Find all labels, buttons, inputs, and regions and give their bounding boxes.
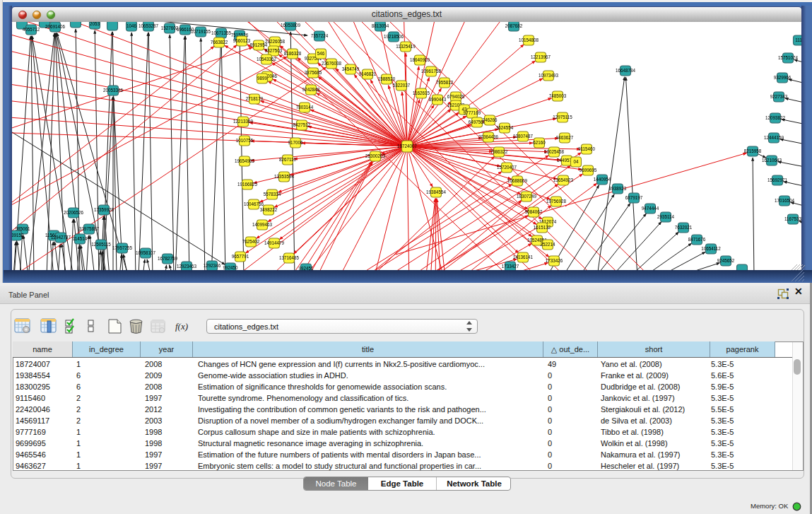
svg-text:19756928: 19756928 <box>546 199 567 204</box>
svg-text:7663822: 7663822 <box>211 40 228 45</box>
svg-text:9474444: 9474444 <box>642 206 659 211</box>
svg-text:2935114: 2935114 <box>657 214 675 219</box>
svg-text:3498222: 3498222 <box>260 207 278 212</box>
svg-text:1440954: 1440954 <box>594 177 611 182</box>
svg-text:14099463: 14099463 <box>252 222 273 227</box>
svg-text:1615132: 1615132 <box>534 225 551 230</box>
svg-text:20364436: 20364436 <box>478 134 499 139</box>
svg-text:16648784: 16648784 <box>616 68 636 73</box>
svg-text:1733426: 1733426 <box>546 258 563 263</box>
svg-text:10961758: 10961758 <box>421 69 442 74</box>
svg-text:4055712: 4055712 <box>23 27 40 32</box>
svg-text:992451: 992451 <box>298 266 314 271</box>
svg-text:8471676: 8471676 <box>688 237 706 242</box>
svg-text:7986322: 7986322 <box>490 149 508 154</box>
svg-text:939152: 939152 <box>12 233 24 238</box>
svg-text:992450: 992450 <box>223 265 238 270</box>
svg-text:17359928: 17359928 <box>94 207 114 212</box>
svg-text:62160: 62160 <box>533 140 546 145</box>
svg-text:8990443: 8990443 <box>429 97 447 102</box>
svg-text:7955812: 7955812 <box>436 80 454 85</box>
svg-text:10958107: 10958107 <box>136 250 156 255</box>
svg-text:6879197: 6879197 <box>625 195 643 200</box>
svg-text:23226058: 23226058 <box>265 39 286 44</box>
svg-text:15751074: 15751074 <box>778 55 799 60</box>
svg-text:9084067: 9084067 <box>525 209 543 214</box>
svg-text:8938923: 8938923 <box>609 186 627 191</box>
svg-text:3454749: 3454749 <box>342 66 360 71</box>
svg-text:17016504: 17016504 <box>775 198 795 203</box>
svg-text:9899: 9899 <box>257 76 268 81</box>
svg-text:17957255: 17957255 <box>112 245 133 250</box>
svg-text:8267110: 8267110 <box>279 157 297 162</box>
svg-text:15720407: 15720407 <box>497 165 517 170</box>
svg-text:12923463: 12923463 <box>177 264 197 269</box>
svg-text:9227343: 9227343 <box>770 94 788 99</box>
svg-text:12505115: 12505115 <box>91 242 111 247</box>
svg-text:10025458: 10025458 <box>544 149 565 154</box>
svg-text:8186328: 8186328 <box>284 51 302 56</box>
svg-text:1292346: 1292346 <box>204 263 221 268</box>
svg-text:5578334: 5578334 <box>264 192 281 197</box>
svg-text:746266: 746266 <box>482 117 498 122</box>
svg-text:13716485: 13716485 <box>279 255 300 260</box>
svg-text:9777169: 9777169 <box>464 110 481 115</box>
svg-text:18640910: 18640910 <box>410 57 430 62</box>
svg-text:23676038: 23676038 <box>322 61 342 66</box>
svg-text:20053346: 20053346 <box>103 88 124 93</box>
svg-text:12975115: 12975115 <box>553 115 572 119</box>
svg-text:9463627: 9463627 <box>556 135 574 140</box>
svg-text:10719155: 10719155 <box>191 29 211 34</box>
svg-text:11325419: 11325419 <box>396 44 416 49</box>
svg-text:12093822: 12093822 <box>765 115 786 120</box>
svg-text:12213967: 12213967 <box>531 54 551 59</box>
svg-text:2087682: 2087682 <box>505 23 523 28</box>
svg-text:16210643: 16210643 <box>762 158 782 163</box>
svg-text:12213369: 12213369 <box>233 119 254 124</box>
svg-text:8215958: 8215958 <box>744 148 762 153</box>
svg-text:7485003: 7485003 <box>549 93 567 98</box>
svg-text:8427512: 8427512 <box>293 122 311 127</box>
svg-text:1733427: 1733427 <box>502 264 519 269</box>
svg-text:10543362: 10543362 <box>257 57 277 62</box>
svg-text:7625402: 7625402 <box>242 239 260 244</box>
svg-text:19218506: 19218506 <box>384 34 404 39</box>
svg-text:1046: 1046 <box>126 23 137 28</box>
svg-text:1162615: 1162615 <box>413 90 430 95</box>
svg-text:10973493: 10973493 <box>539 73 559 78</box>
svg-text:9146821: 9146821 <box>359 71 377 76</box>
svg-text:1588520: 1588520 <box>378 76 396 81</box>
svg-text:7357224: 7357224 <box>311 33 329 38</box>
svg-text:9115460: 9115460 <box>578 146 596 151</box>
svg-text:10671355: 10671355 <box>211 30 232 35</box>
svg-text:1167533: 1167533 <box>784 216 801 221</box>
svg-text:14136141: 14136141 <box>513 255 534 259</box>
svg-text:10807487: 10807487 <box>513 134 534 139</box>
svg-text:1010755: 1010755 <box>236 138 254 143</box>
svg-text:20206526: 20206526 <box>64 210 84 215</box>
svg-text:10688609: 10688609 <box>507 178 528 183</box>
svg-text:917006: 917006 <box>288 140 303 145</box>
svg-text:7803144: 7803144 <box>296 105 314 110</box>
svg-text:2718170: 2718170 <box>246 96 264 101</box>
svg-text:13353594: 13353594 <box>274 174 295 179</box>
svg-text:3875685: 3875685 <box>305 70 322 75</box>
svg-text:10653287: 10653287 <box>139 23 159 28</box>
svg-text:114514: 114514 <box>73 236 88 241</box>
svg-text:f​(x): f​(x) <box>175 321 188 332</box>
svg-text:9242848: 9242848 <box>302 87 320 92</box>
svg-text:10046756: 10046756 <box>244 201 264 206</box>
svg-text:16053809: 16053809 <box>281 23 301 28</box>
svg-text:111: 111 <box>795 37 801 42</box>
svg-text:13654923: 13654923 <box>553 177 574 182</box>
svg-text:3624554: 3624554 <box>496 125 514 130</box>
svg-text:20691406: 20691406 <box>45 24 66 29</box>
svg-text:2053: 2053 <box>90 22 100 26</box>
svg-text:14914479: 14914479 <box>264 240 285 245</box>
svg-text:6794028: 6794028 <box>447 94 465 99</box>
svg-text:546: 546 <box>317 51 325 56</box>
svg-text:04: 04 <box>573 159 579 164</box>
svg-text:16782759: 16782759 <box>158 256 178 261</box>
svg-text:9327503: 9327503 <box>265 48 283 53</box>
svg-text:9245652: 9245652 <box>717 258 735 263</box>
